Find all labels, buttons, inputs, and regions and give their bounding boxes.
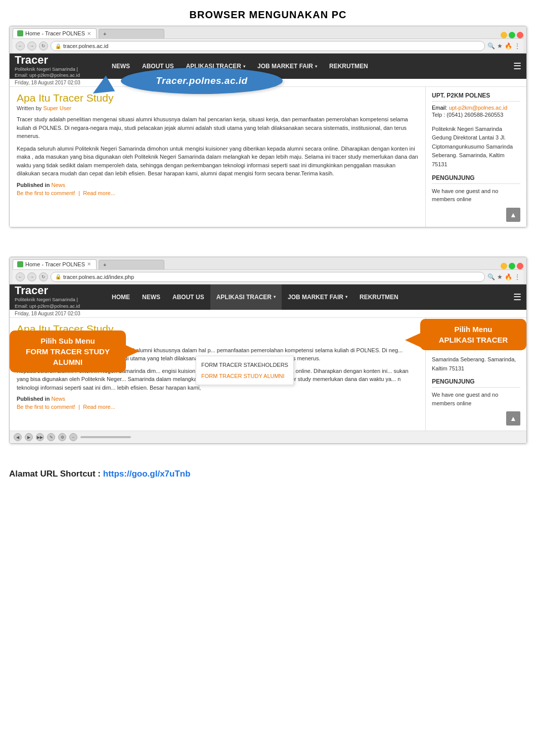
back-btn-2[interactable]: ← bbox=[16, 272, 25, 281]
play-btn[interactable]: ▶ bbox=[25, 433, 33, 441]
nav-rekrutmen-2[interactable]: REKRUTMEN bbox=[353, 285, 405, 310]
footer-url: Alamat URL Shortcut : https://goo.gl/x7u… bbox=[9, 469, 191, 479]
prev-btn[interactable]: ◀ bbox=[14, 433, 22, 441]
hamburger-icon-2[interactable]: ☰ bbox=[513, 292, 521, 303]
author-link-1[interactable]: Super User bbox=[43, 105, 71, 111]
nav-about-2[interactable]: ABOUT US bbox=[166, 285, 210, 310]
dropdown-arrow-aplikasi-2: ▾ bbox=[274, 295, 276, 299]
comment-link-1[interactable]: Be the first to comment! bbox=[17, 190, 75, 196]
dropdown-arrow-job-1: ▾ bbox=[315, 64, 317, 69]
sidebar-address-2: Samarinda Seberang. Samarinda, Kaltim 75… bbox=[432, 355, 520, 373]
pengunjung-section-1: PENGUNJUNG We have one guest and no memb… bbox=[432, 174, 520, 222]
address-bar-2[interactable]: 🔒 tracer.polnes.ac.id/index.php bbox=[51, 272, 485, 282]
published-label-2: Published in bbox=[17, 396, 51, 402]
brand-name-2: Tracer bbox=[15, 285, 96, 297]
brand-name-1: Tracer bbox=[15, 54, 96, 66]
maximize-btn-1[interactable] bbox=[509, 32, 515, 38]
settings-btn[interactable]: ⚙ bbox=[58, 433, 66, 441]
nav-aplikasi-2[interactable]: APLIKASI TRACER ▾ bbox=[210, 285, 282, 310]
nav-home-2[interactable]: HOME bbox=[106, 285, 136, 310]
comment-link-2[interactable]: Be the first to comment! bbox=[17, 404, 75, 410]
minimize-btn-1[interactable] bbox=[501, 32, 507, 38]
browser-window-1: Tracer.polnes.ac.id Home - Tracer POLNES… bbox=[9, 26, 527, 227]
tab-close-2[interactable]: ✕ bbox=[87, 261, 91, 267]
back-btn-1[interactable]: ← bbox=[16, 41, 25, 51]
dropdown-menu-2: FORM TRACER STAKEHOLDERS FORM TRACER STU… bbox=[196, 356, 294, 385]
browser-actions-2: 🔍 ★ 🔥 ⋮ bbox=[487, 273, 520, 280]
date-text-1: Friday, 18 August 2017 02:03 bbox=[15, 80, 80, 85]
reload-btn-2[interactable]: ↻ bbox=[39, 272, 48, 281]
scroll-up-btn-1[interactable]: ▲ bbox=[506, 208, 520, 222]
browser-window-2: Pilih Menu APLIKASI TRACER Pilih Sub Men… bbox=[9, 257, 527, 444]
sidebar-email-link-1[interactable]: upt-p2km@polnes.ac.id bbox=[449, 105, 508, 111]
address-text-1: tracer.polnes.ac.id bbox=[63, 43, 108, 49]
search-icon-1[interactable]: 🔍 bbox=[487, 42, 495, 50]
bookmark-icon-2[interactable]: ★ bbox=[497, 273, 503, 280]
player-controls: ◀ ▶ ▶▶ ✎ ⚙ − bbox=[10, 431, 526, 443]
close-btn-1[interactable] bbox=[517, 32, 523, 38]
date-text-2: Friday, 18 August 2017 02:03 bbox=[15, 311, 80, 316]
callout-left-text: Pilih Sub Menu FORM TRACER STUDY ALUMNI bbox=[17, 336, 119, 367]
sidebar-email-1: Email: upt-p2km@polnes.ac.id bbox=[432, 105, 520, 111]
browser-chrome-2: Home - Tracer POLNES ✕ + ← → ↻ 🔒 tracer.… bbox=[10, 257, 526, 285]
article-links-2: Be the first to comment! | Read more... bbox=[17, 404, 418, 410]
edit-btn[interactable]: ✎ bbox=[47, 433, 55, 441]
address-lock-1: 🔒 bbox=[55, 43, 61, 49]
callout-left: Pilih Sub Menu FORM TRACER STUDY ALUMNI bbox=[10, 330, 126, 372]
browser-tab-active-1[interactable]: Home - Tracer POLNES ✕ bbox=[13, 28, 97, 38]
forward-btn-2[interactable]: → bbox=[27, 272, 36, 281]
browser-chrome-1: Home - Tracer POLNES ✕ + ← → ↻ 🔒 tracer.… bbox=[10, 26, 526, 54]
more-icon-1[interactable]: ⋮ bbox=[514, 42, 520, 50]
pengunjung-text-2: We have one guest and no members online bbox=[432, 391, 520, 407]
maximize-btn-2[interactable] bbox=[509, 263, 515, 269]
tab-bar-1: Home - Tracer POLNES ✕ + bbox=[13, 28, 523, 38]
pengunjung-title-1: PENGUNJUNG bbox=[432, 174, 520, 184]
published-link-2[interactable]: News bbox=[51, 396, 65, 402]
next-btn[interactable]: ▶▶ bbox=[36, 433, 44, 441]
close-btn-2[interactable] bbox=[517, 263, 523, 269]
dropdown-item-alumni[interactable]: FORM TRACER STUDY ALUMNI bbox=[196, 370, 293, 382]
tab-close-1[interactable]: ✕ bbox=[87, 31, 91, 36]
browser-actions-1: 🔍 ★ 🔥 ⋮ bbox=[487, 42, 520, 50]
published-label-1: Published in bbox=[17, 182, 51, 188]
scroll-up-btn-2[interactable]: ▲ bbox=[506, 411, 520, 426]
article-published-1: Published in News bbox=[17, 182, 418, 188]
footer-label: Alamat URL Shortcut : bbox=[9, 469, 103, 479]
nav-job-2[interactable]: JOB MARKET FAIR ▾ bbox=[282, 285, 353, 310]
minimize-btn-2[interactable] bbox=[501, 263, 507, 269]
published-link-1[interactable]: News bbox=[51, 182, 65, 188]
address-lock-2: 🔒 bbox=[55, 274, 61, 279]
readmore-link-2[interactable]: Read more... bbox=[83, 404, 115, 410]
bookmark-icon-1[interactable]: ★ bbox=[497, 42, 503, 50]
browser-tab-active-2[interactable]: Home - Tracer POLNES ✕ bbox=[13, 259, 97, 269]
sidebar-telp-1: Telp : (0541) 260588-260553 bbox=[432, 112, 503, 118]
article-author-1: Written by Super User bbox=[17, 105, 418, 111]
pengunjung-text-1: We have one guest and no members online bbox=[432, 187, 520, 204]
brand-sub2-1: Email: upt-p2km@polnes.ac.id bbox=[15, 72, 96, 78]
brand-sub2-2: Email: upt-p2km@polnes.ac.id bbox=[15, 303, 96, 309]
search-icon-2[interactable]: 🔍 bbox=[487, 273, 495, 280]
callout-ellipse: Tracer.polnes.ac.id bbox=[121, 68, 283, 94]
window-controls-2 bbox=[501, 263, 523, 269]
site-datebar-2: Friday, 18 August 2017 02:03 bbox=[10, 310, 526, 318]
browser-tab-new-2[interactable]: + bbox=[99, 260, 164, 269]
address-bar-1[interactable]: 🔒 tracer.polnes.ac.id bbox=[51, 41, 485, 51]
more-icon-2[interactable]: ⋮ bbox=[514, 273, 520, 280]
hamburger-icon-1[interactable]: ☰ bbox=[513, 61, 521, 72]
footer-url-link[interactable]: https://goo.gl/x7uTnb bbox=[103, 469, 191, 479]
readmore-link-1[interactable]: Read more... bbox=[83, 190, 115, 196]
nav-news-2[interactable]: NEWS bbox=[136, 285, 166, 310]
pengunjung-title-2: PENGUNJUNG bbox=[432, 378, 520, 388]
browser-tab-new-1[interactable]: + bbox=[99, 29, 164, 38]
dropdown-item-stakeholders[interactable]: FORM TRACER STAKEHOLDERS bbox=[196, 359, 293, 370]
reload-btn-1[interactable]: ↻ bbox=[39, 41, 48, 51]
site-nav-2: Tracer Politeknik Negeri Samarinda | Ema… bbox=[10, 285, 526, 310]
brand-sub1-2: Politeknik Negeri Samarinda | bbox=[15, 297, 96, 303]
nav-rekrutmen-1[interactable]: REKRUTMEN bbox=[323, 54, 374, 79]
callout-right-line2: APLIKASI TRACER bbox=[439, 336, 508, 344]
callout-left-line1: Pilih Sub Menu bbox=[40, 337, 95, 345]
forward-btn-1[interactable]: → bbox=[27, 41, 36, 51]
browser-controls-2: ← → ↻ 🔒 tracer.polnes.ac.id/index.php 🔍 … bbox=[13, 269, 523, 284]
stop-btn[interactable]: − bbox=[69, 433, 77, 441]
tab-favicon-1 bbox=[17, 30, 23, 36]
